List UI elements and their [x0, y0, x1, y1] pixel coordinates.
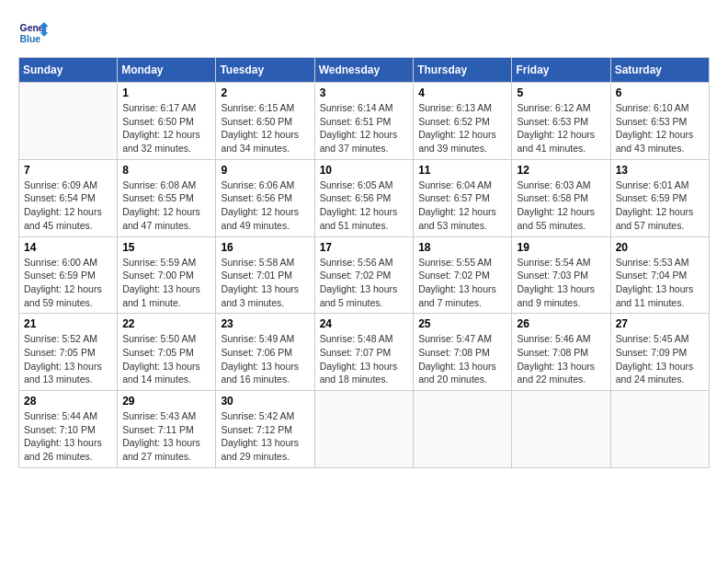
calendar-cell: 7Sunrise: 6:09 AM Sunset: 6:54 PM Daylig… — [19, 159, 118, 236]
calendar-cell: 5Sunrise: 6:12 AM Sunset: 6:53 PM Daylig… — [512, 83, 610, 160]
day-number: 19 — [517, 241, 605, 254]
day-number: 12 — [517, 164, 605, 177]
day-number: 15 — [122, 241, 210, 254]
day-info: Sunrise: 5:56 AM Sunset: 7:02 PM Dayligh… — [320, 256, 409, 310]
calendar-cell: 2Sunrise: 6:15 AM Sunset: 6:50 PM Daylig… — [216, 83, 314, 160]
calendar-cell: 23Sunrise: 5:49 AM Sunset: 7:06 PM Dayli… — [216, 314, 314, 391]
day-info: Sunrise: 5:52 AM Sunset: 7:05 PM Dayligh… — [24, 332, 112, 386]
day-info: Sunrise: 5:59 AM Sunset: 7:00 PM Dayligh… — [122, 256, 210, 310]
calendar-cell: 6Sunrise: 6:10 AM Sunset: 6:53 PM Daylig… — [610, 83, 709, 160]
calendar-cell: 28Sunrise: 5:44 AM Sunset: 7:10 PM Dayli… — [19, 391, 118, 468]
calendar-body: 1Sunrise: 6:17 AM Sunset: 6:50 PM Daylig… — [19, 83, 710, 468]
day-info: Sunrise: 5:44 AM Sunset: 7:10 PM Dayligh… — [24, 409, 112, 464]
day-header: Saturday — [610, 58, 709, 83]
day-number: 18 — [418, 241, 506, 254]
calendar-cell — [414, 391, 512, 468]
calendar-cell: 14Sunrise: 6:00 AM Sunset: 6:59 PM Dayli… — [19, 236, 118, 314]
calendar-cell: 12Sunrise: 6:03 AM Sunset: 6:58 PM Dayli… — [512, 159, 610, 236]
day-number: 8 — [122, 164, 210, 177]
day-number: 4 — [418, 86, 506, 99]
day-info: Sunrise: 6:04 AM Sunset: 6:57 PM Dayligh… — [418, 178, 506, 233]
calendar-cell: 10Sunrise: 6:05 AM Sunset: 6:56 PM Dayli… — [314, 159, 414, 236]
calendar-table: SundayMondayTuesdayWednesdayThursdayFrid… — [18, 57, 710, 468]
calendar-cell — [610, 391, 709, 468]
day-info: Sunrise: 6:15 AM Sunset: 6:50 PM Dayligh… — [221, 101, 309, 155]
day-header: Thursday — [414, 58, 512, 83]
calendar-cell: 18Sunrise: 5:55 AM Sunset: 7:02 PM Dayli… — [414, 236, 512, 314]
day-info: Sunrise: 6:06 AM Sunset: 6:56 PM Dayligh… — [221, 178, 309, 233]
day-number: 30 — [221, 395, 309, 408]
day-info: Sunrise: 5:53 AM Sunset: 7:04 PM Dayligh… — [616, 256, 704, 310]
day-number: 17 — [320, 241, 409, 254]
calendar-header-row: SundayMondayTuesdayWednesdayThursdayFrid… — [19, 58, 710, 83]
day-info: Sunrise: 5:45 AM Sunset: 7:09 PM Dayligh… — [616, 332, 704, 386]
calendar-cell: 22Sunrise: 5:50 AM Sunset: 7:05 PM Dayli… — [118, 314, 216, 391]
calendar-cell: 21Sunrise: 5:52 AM Sunset: 7:05 PM Dayli… — [19, 314, 118, 391]
day-info: Sunrise: 5:58 AM Sunset: 7:01 PM Dayligh… — [221, 256, 309, 310]
day-number: 1 — [122, 86, 210, 99]
day-number: 13 — [616, 164, 704, 177]
day-header: Monday — [118, 58, 216, 83]
day-info: Sunrise: 5:47 AM Sunset: 7:08 PM Dayligh… — [418, 332, 506, 386]
calendar-cell: 4Sunrise: 6:13 AM Sunset: 6:52 PM Daylig… — [414, 83, 512, 160]
day-number: 27 — [616, 317, 704, 330]
day-info: Sunrise: 6:10 AM Sunset: 6:53 PM Dayligh… — [616, 101, 704, 155]
calendar-cell: 13Sunrise: 6:01 AM Sunset: 6:59 PM Dayli… — [610, 159, 709, 236]
day-info: Sunrise: 5:50 AM Sunset: 7:05 PM Dayligh… — [122, 332, 210, 386]
day-info: Sunrise: 6:13 AM Sunset: 6:52 PM Dayligh… — [418, 101, 506, 155]
calendar-cell: 3Sunrise: 6:14 AM Sunset: 6:51 PM Daylig… — [314, 83, 414, 160]
calendar-week-row: 7Sunrise: 6:09 AM Sunset: 6:54 PM Daylig… — [19, 159, 710, 236]
day-number: 20 — [616, 241, 704, 254]
logo: General Blue — [18, 18, 51, 48]
calendar-cell — [19, 83, 118, 160]
calendar-cell: 29Sunrise: 5:43 AM Sunset: 7:11 PM Dayli… — [118, 391, 216, 468]
day-info: Sunrise: 6:00 AM Sunset: 6:59 PM Dayligh… — [24, 256, 112, 310]
logo-icon: General Blue — [18, 18, 48, 48]
calendar-cell: 25Sunrise: 5:47 AM Sunset: 7:08 PM Dayli… — [414, 314, 512, 391]
day-number: 16 — [221, 241, 309, 254]
calendar-cell — [314, 391, 414, 468]
day-header: Wednesday — [314, 58, 414, 83]
calendar-cell: 26Sunrise: 5:46 AM Sunset: 7:08 PM Dayli… — [512, 314, 610, 391]
day-number: 26 — [517, 317, 605, 330]
day-number: 6 — [616, 86, 704, 99]
calendar-cell: 8Sunrise: 6:08 AM Sunset: 6:55 PM Daylig… — [118, 159, 216, 236]
day-number: 24 — [320, 317, 409, 330]
calendar-cell: 15Sunrise: 5:59 AM Sunset: 7:00 PM Dayli… — [118, 236, 216, 314]
calendar-cell: 11Sunrise: 6:04 AM Sunset: 6:57 PM Dayli… — [414, 159, 512, 236]
day-header: Sunday — [19, 58, 118, 83]
calendar-week-row: 28Sunrise: 5:44 AM Sunset: 7:10 PM Dayli… — [19, 391, 710, 468]
day-info: Sunrise: 6:03 AM Sunset: 6:58 PM Dayligh… — [517, 178, 605, 233]
day-number: 22 — [122, 317, 210, 330]
day-number: 7 — [24, 164, 112, 177]
calendar-cell: 27Sunrise: 5:45 AM Sunset: 7:09 PM Dayli… — [610, 314, 709, 391]
day-number: 25 — [418, 317, 506, 330]
calendar-cell: 30Sunrise: 5:42 AM Sunset: 7:12 PM Dayli… — [216, 391, 314, 468]
day-number: 14 — [24, 241, 112, 254]
day-info: Sunrise: 6:12 AM Sunset: 6:53 PM Dayligh… — [517, 101, 605, 155]
day-info: Sunrise: 5:48 AM Sunset: 7:07 PM Dayligh… — [320, 332, 409, 386]
day-header: Tuesday — [216, 58, 314, 83]
calendar-cell: 17Sunrise: 5:56 AM Sunset: 7:02 PM Dayli… — [314, 236, 414, 314]
day-info: Sunrise: 5:43 AM Sunset: 7:11 PM Dayligh… — [122, 409, 210, 464]
day-info: Sunrise: 6:05 AM Sunset: 6:56 PM Dayligh… — [320, 178, 409, 233]
day-number: 2 — [221, 86, 309, 99]
calendar-cell: 1Sunrise: 6:17 AM Sunset: 6:50 PM Daylig… — [118, 83, 216, 160]
calendar-cell: 16Sunrise: 5:58 AM Sunset: 7:01 PM Dayli… — [216, 236, 314, 314]
day-number: 3 — [320, 86, 409, 99]
calendar-week-row: 14Sunrise: 6:00 AM Sunset: 6:59 PM Dayli… — [19, 236, 710, 314]
svg-text:Blue: Blue — [20, 34, 41, 44]
day-info: Sunrise: 5:42 AM Sunset: 7:12 PM Dayligh… — [221, 409, 309, 464]
day-number: 9 — [221, 164, 309, 177]
day-number: 23 — [221, 317, 309, 330]
day-number: 29 — [122, 395, 210, 408]
day-number: 21 — [24, 317, 112, 330]
calendar-cell — [512, 391, 610, 468]
calendar-cell: 9Sunrise: 6:06 AM Sunset: 6:56 PM Daylig… — [216, 159, 314, 236]
day-info: Sunrise: 6:17 AM Sunset: 6:50 PM Dayligh… — [122, 101, 210, 155]
day-number: 11 — [418, 164, 506, 177]
day-info: Sunrise: 6:14 AM Sunset: 6:51 PM Dayligh… — [320, 101, 409, 155]
calendar-week-row: 1Sunrise: 6:17 AM Sunset: 6:50 PM Daylig… — [19, 83, 710, 160]
day-info: Sunrise: 5:54 AM Sunset: 7:03 PM Dayligh… — [517, 256, 605, 310]
day-number: 10 — [320, 164, 409, 177]
